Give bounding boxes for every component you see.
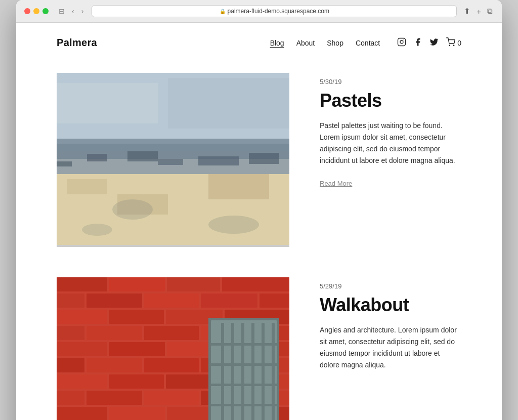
svg-point-3 — [449, 45, 450, 46]
site-header: Palmera Blog About Shop Contact — [16, 23, 502, 63]
svg-rect-60 — [57, 407, 107, 420]
maximize-button[interactable] — [42, 8, 49, 14]
site-logo[interactable]: Palmera — [57, 37, 97, 49]
svg-rect-38 — [87, 326, 142, 340]
nav-social-icons: 0 — [397, 37, 461, 49]
svg-rect-17 — [249, 153, 279, 164]
pastels-post-image[interactable] — [57, 73, 289, 247]
lock-icon: 🔒 — [220, 9, 226, 14]
svg-rect-51 — [57, 374, 107, 389]
svg-rect-7 — [168, 78, 289, 129]
walkabout-date: 5/29/19 — [320, 282, 461, 290]
browser-window: ⊟ ‹ › 🔒 palmera-fluid-demo.squarespace.c… — [16, 0, 502, 420]
pastels-post-info: 5/30/19 Pastels Pastel palettes just wai… — [320, 73, 461, 188]
svg-rect-15 — [127, 151, 158, 161]
browser-controls: ⊟ ‹ › — [57, 7, 85, 16]
svg-rect-33 — [57, 310, 107, 324]
svg-rect-43 — [109, 342, 165, 356]
minimize-button[interactable] — [33, 8, 39, 14]
browser-actions: ⬆ + ⧉ — [463, 6, 494, 17]
svg-rect-55 — [57, 391, 84, 405]
svg-point-4 — [453, 45, 454, 46]
svg-rect-24 — [57, 277, 107, 291]
site-nav: Blog About Shop Contact — [270, 37, 461, 49]
svg-rect-37 — [57, 326, 84, 340]
forward-button[interactable]: › — [79, 7, 86, 16]
svg-rect-47 — [87, 358, 142, 372]
svg-rect-61 — [109, 407, 165, 420]
svg-rect-34 — [109, 310, 164, 324]
svg-rect-6 — [57, 83, 158, 123]
svg-rect-30 — [144, 293, 199, 308]
site-content: Palmera Blog About Shop Contact — [16, 23, 502, 420]
tabs-button[interactable]: ⧉ — [486, 6, 494, 17]
url-text: palmera-fluid-demo.squarespace.com — [228, 8, 329, 15]
pastels-read-more[interactable]: Read More — [320, 180, 352, 187]
svg-point-20 — [112, 199, 153, 220]
svg-rect-26 — [167, 277, 220, 291]
svg-rect-52 — [109, 374, 164, 389]
blog-post-pastels: 5/30/19 Pastels Pastel palettes just wai… — [57, 73, 461, 247]
nav-about[interactable]: About — [296, 39, 315, 47]
cart-icon — [446, 37, 456, 49]
walkabout-title[interactable]: Walkabout — [320, 295, 461, 315]
svg-rect-11 — [67, 179, 107, 194]
pastels-title[interactable]: Pastels — [320, 91, 461, 111]
pastels-date: 5/30/19 — [320, 78, 461, 86]
cart-button[interactable]: 0 — [446, 37, 461, 49]
blog-post-walkabout: 5/29/19 Walkabout Angles and architectur… — [57, 277, 461, 420]
svg-rect-19 — [158, 159, 183, 165]
browser-chrome: ⊟ ‹ › 🔒 palmera-fluid-demo.squarespace.c… — [16, 0, 502, 23]
traffic-lights — [24, 8, 49, 14]
svg-rect-56 — [87, 391, 142, 405]
nav-blog[interactable]: Blog — [270, 39, 284, 47]
svg-rect-27 — [222, 277, 289, 291]
svg-rect-57 — [144, 391, 199, 405]
svg-point-1 — [400, 40, 403, 44]
svg-rect-18 — [57, 161, 72, 166]
svg-rect-25 — [109, 277, 165, 291]
svg-point-2 — [404, 39, 405, 40]
svg-rect-46 — [57, 358, 84, 372]
blog-content: 5/30/19 Pastels Pastel palettes just wai… — [16, 63, 502, 420]
nav-shop[interactable]: Shop — [327, 39, 343, 47]
svg-point-21 — [208, 216, 259, 234]
walkabout-post-image[interactable] — [57, 277, 289, 420]
svg-rect-29 — [87, 293, 142, 308]
svg-rect-42 — [57, 342, 107, 356]
facebook-icon[interactable] — [413, 37, 422, 49]
svg-point-22 — [82, 224, 112, 236]
svg-rect-32 — [260, 293, 289, 308]
svg-rect-0 — [398, 38, 406, 46]
sidebar-toggle-button[interactable]: ⊟ — [57, 7, 67, 16]
svg-rect-48 — [144, 358, 199, 372]
instagram-icon[interactable] — [397, 37, 406, 49]
walkabout-post-info: 5/29/19 Walkabout Angles and architectur… — [320, 277, 461, 383]
address-bar[interactable]: 🔒 palmera-fluid-demo.squarespace.com — [92, 5, 457, 17]
cart-count: 0 — [457, 39, 461, 47]
back-button[interactable]: ‹ — [70, 7, 76, 16]
walkabout-excerpt: Angles and architecture. Lorem ipsum dol… — [320, 324, 461, 371]
close-button[interactable] — [24, 8, 30, 14]
svg-rect-28 — [57, 293, 84, 308]
svg-rect-31 — [201, 293, 257, 308]
svg-rect-13 — [208, 174, 269, 199]
pastels-excerpt: Pastel palettes just waiting to be found… — [320, 120, 461, 166]
svg-rect-16 — [198, 156, 239, 165]
svg-rect-39 — [144, 326, 199, 340]
new-tab-button[interactable]: + — [476, 6, 482, 17]
nav-contact[interactable]: Contact — [356, 39, 380, 47]
svg-rect-14 — [87, 154, 107, 161]
svg-rect-85 — [211, 320, 277, 420]
share-button[interactable]: ⬆ — [463, 6, 471, 17]
twitter-icon[interactable] — [429, 37, 439, 49]
